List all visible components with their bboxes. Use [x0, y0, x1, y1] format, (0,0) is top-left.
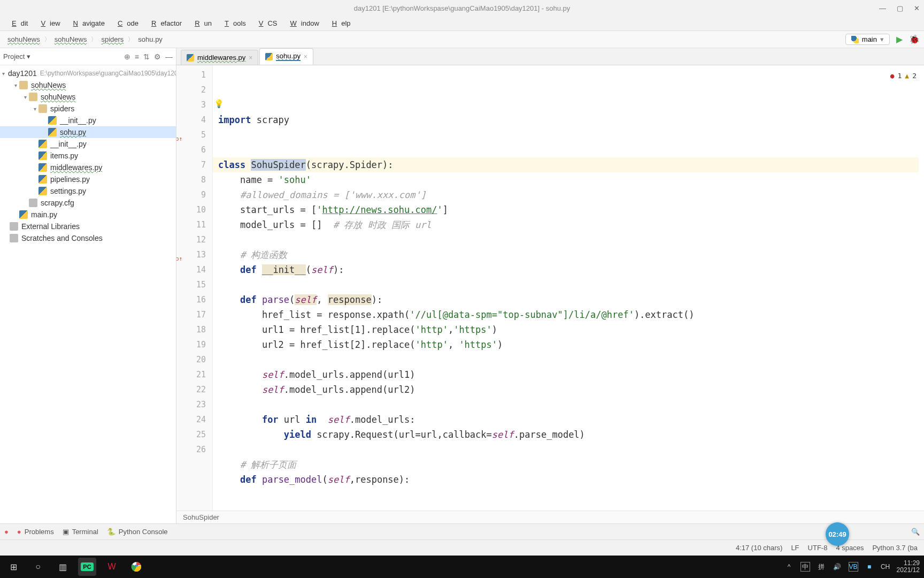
code-line-23[interactable]: [218, 442, 924, 457]
tree-twist-icon[interactable]: ▾: [12, 82, 19, 88]
code-line-4[interactable]: class SohuSpider(scrapy.Spider):: [213, 157, 919, 172]
tree-node-pipelines-py[interactable]: pipelines.py: [0, 173, 176, 185]
tree-node-scratches-and-consoles[interactable]: Scratches and Consoles: [0, 232, 176, 244]
network-icon[interactable]: ■: [865, 562, 874, 572]
editor-breadcrumb[interactable]: SohuSpider: [176, 511, 924, 523]
tree-node-spiders[interactable]: ▾spiders: [0, 103, 176, 115]
code-line-2[interactable]: [218, 127, 924, 142]
menu-edit[interactable]: Edit: [3, 19, 32, 27]
project-combo[interactable]: Project ▾: [3, 52, 30, 60]
tray-expand-icon[interactable]: ^: [784, 562, 794, 572]
code-line-14[interactable]: href_list = response.xpath('//ul[@data-s…: [218, 307, 924, 322]
tree-node-main-py[interactable]: main.py: [0, 209, 176, 220]
menu-run[interactable]: Run: [186, 19, 216, 27]
tree-node-sohunews[interactable]: ▾sohuNews: [0, 79, 176, 91]
code-line-26[interactable]: [218, 487, 924, 502]
editor-tab-sohu-py[interactable]: sohu.py×: [259, 48, 313, 65]
code-line-9[interactable]: [218, 232, 924, 247]
code-line-25[interactable]: def parse_model(self,response):: [218, 472, 924, 487]
tree-node-middlewares-py[interactable]: middlewares.py: [0, 162, 176, 173]
breadcrumb-item[interactable]: sohu.py: [135, 34, 166, 44]
breadcrumb-item[interactable]: sohuNews: [51, 34, 90, 44]
editor-tab-middlewares-py[interactable]: middlewares.py×: [181, 50, 258, 65]
menu-window[interactable]: Window: [282, 19, 324, 27]
code-line-19[interactable]: self.model_urls.append(url2): [218, 382, 924, 397]
menu-navigate[interactable]: Navigate: [65, 19, 109, 27]
minimize-icon[interactable]: —: [879, 4, 886, 12]
code-line-22[interactable]: yield scrapy.Request(url=url,callback=se…: [218, 427, 924, 442]
menu-view[interactable]: View: [32, 19, 64, 27]
line-separator[interactable]: LF: [791, 544, 799, 552]
code-line-3[interactable]: [218, 142, 924, 157]
volume-icon[interactable]: 🔊: [833, 562, 842, 572]
inspection-indicator[interactable]: ●1 ▲2: [890, 69, 917, 83]
tree-node-sohunews[interactable]: ▾sohuNews: [0, 91, 176, 103]
start-button[interactable]: ⊞: [4, 558, 22, 576]
wps-icon[interactable]: W: [103, 558, 121, 576]
debug-button[interactable]: 🐞: [909, 34, 920, 44]
tree-node-sohu-py[interactable]: sohu.py: [0, 126, 176, 138]
expand-all-icon[interactable]: ≡: [135, 52, 139, 61]
code-line-18[interactable]: self.model_urls.append(url1): [218, 367, 924, 382]
task-view-icon[interactable]: ▥: [53, 558, 72, 576]
tree-node-__init__-py[interactable]: __init__.py: [0, 115, 176, 126]
python-console-tab[interactable]: 🐍Python Console: [107, 528, 168, 536]
python-interpreter[interactable]: Python 3.7 (ba: [872, 544, 918, 552]
tree-twist-icon[interactable]: ▾: [21, 94, 29, 100]
close-tab-icon[interactable]: ×: [249, 54, 252, 62]
pycharm-icon[interactable]: PC: [78, 558, 96, 576]
menu-vcs[interactable]: VCS: [250, 19, 282, 27]
locate-icon[interactable]: ⊕: [124, 52, 130, 61]
tree-node-items-py[interactable]: items.py: [0, 150, 176, 162]
problems-tab[interactable]: ●Problems: [17, 528, 54, 536]
file-encoding[interactable]: UTF-8: [808, 544, 828, 552]
lang-icon[interactable]: VB: [849, 562, 858, 572]
tree-twist-icon[interactable]: ▾: [2, 71, 5, 77]
tree-node-__init__-py[interactable]: __init__.py: [0, 138, 176, 150]
code-line-24[interactable]: # 解析子页面: [218, 457, 924, 472]
collapse-all-icon[interactable]: ⇅: [143, 52, 150, 61]
code-area[interactable]: ●1 ▲2 import scrapyclass SohuSpider(scra…: [213, 65, 924, 511]
tree-node-scrapy-cfg[interactable]: scrapy.cfg: [0, 197, 176, 209]
terminal-tab[interactable]: ▣Terminal: [63, 528, 98, 536]
code-line-21[interactable]: for url in self.model_urls:: [218, 412, 924, 427]
cortana-icon[interactable]: ○: [29, 558, 47, 576]
code-line-11[interactable]: def __init__(self):: [218, 262, 924, 277]
close-tab-icon[interactable]: ×: [304, 53, 307, 60]
code-line-16[interactable]: url2 = href_list[2].replace('http', 'htt…: [218, 337, 924, 352]
code-line-15[interactable]: url1 = href_list[1].replace('http','http…: [218, 322, 924, 337]
breadcrumb-item[interactable]: spiders: [98, 34, 127, 44]
project-tree[interactable]: ▾day1201E:\pythonWorkspase\guangCaiMao19…: [0, 65, 176, 246]
code-line-20[interactable]: [218, 397, 924, 412]
ime-mode-icon[interactable]: 拼: [817, 562, 826, 572]
code-line-17[interactable]: [218, 352, 924, 367]
code-line-12[interactable]: [218, 277, 924, 292]
caret-position[interactable]: 4:17 (10 chars): [736, 544, 782, 552]
maximize-icon[interactable]: ▢: [897, 4, 903, 12]
menu-help[interactable]: Help: [324, 19, 355, 27]
intention-bulb-icon[interactable]: 💡: [214, 96, 224, 111]
breadcrumb-item[interactable]: sohuNews: [4, 34, 43, 44]
code-line-10[interactable]: # 构造函数: [218, 247, 924, 262]
menu-tools[interactable]: Tools: [216, 19, 250, 27]
ime-icon[interactable]: 中: [800, 562, 810, 572]
code-line-13[interactable]: def parse(self, response):: [218, 292, 924, 307]
code-line-8[interactable]: model_urls = [] # 存放 时政 国际 url: [218, 217, 924, 232]
run-tool-tab[interactable]: ●: [4, 528, 9, 536]
event-log-icon[interactable]: 🔍: [911, 528, 920, 536]
tree-twist-icon[interactable]: ▾: [31, 106, 38, 112]
lang-indicator[interactable]: CH: [881, 562, 890, 572]
code-line-7[interactable]: start_urls = ['http://news.sohu.com/']: [218, 202, 924, 217]
run-button[interactable]: ▶: [896, 34, 903, 44]
menu-code[interactable]: Code: [109, 19, 143, 27]
tree-node-day1201[interactable]: ▾day1201E:\pythonWorkspase\guangCaiMao19…: [0, 67, 176, 79]
close-icon[interactable]: ✕: [914, 4, 920, 12]
run-config-selector[interactable]: main ▾: [845, 34, 890, 45]
clock-date[interactable]: 2021/12: [897, 567, 920, 574]
menu-refactor[interactable]: Refactor: [143, 19, 186, 27]
code-line-1[interactable]: import scrapy: [218, 112, 924, 127]
chrome-icon[interactable]: [127, 558, 145, 576]
tree-node-external-libraries[interactable]: External Libraries: [0, 220, 176, 232]
code-line-5[interactable]: name = 'sohu': [218, 172, 924, 187]
tree-node-settings-py[interactable]: settings.py: [0, 185, 176, 197]
